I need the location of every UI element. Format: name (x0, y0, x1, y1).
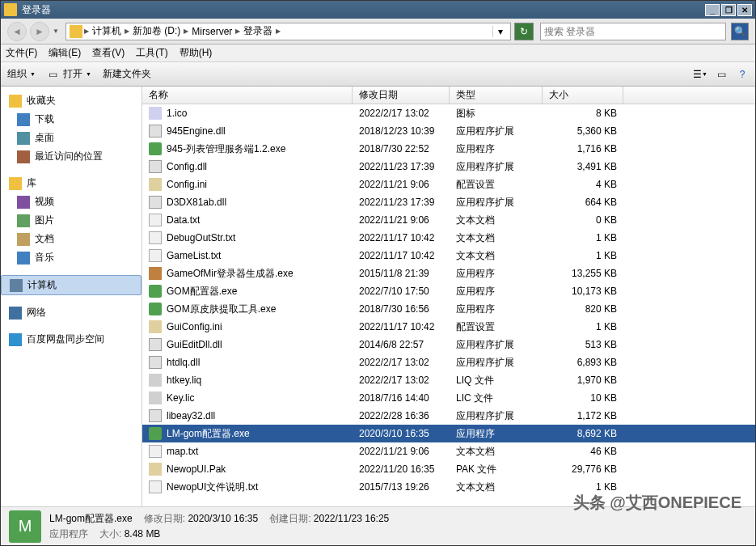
file-type: 文本文档 (450, 214, 543, 227)
sidebar-network[interactable]: 网络 (1, 303, 141, 322)
folder-icon (4, 3, 17, 16)
chevron-right-icon[interactable]: ▶ (235, 28, 240, 35)
file-row[interactable]: Data.txt 2022/11/21 9:06 文本文档 0 KB (142, 211, 755, 229)
file-size: 1 KB (543, 232, 623, 243)
file-row[interactable]: Key.lic 2018/7/16 14:40 LIC 文件 10 KB (142, 389, 755, 407)
sidebar-downloads[interactable]: 下载 (1, 110, 141, 129)
file-icon (149, 142, 162, 155)
organize-button[interactable]: 组织 ▼ (7, 67, 36, 81)
file-date: 2018/7/16 14:40 (353, 392, 450, 404)
sidebar-libraries[interactable]: 库 (1, 174, 141, 193)
maximize-button[interactable]: ❐ (721, 4, 736, 16)
sidebar-recent[interactable]: 最近访问的位置 (1, 147, 141, 166)
file-name: map.txt (167, 446, 198, 457)
new-folder-button[interactable]: 新建文件夹 (103, 67, 151, 81)
file-size: 29,776 KB (543, 463, 623, 475)
addr-seg-folder2[interactable]: 登录器 (242, 24, 274, 38)
history-dropdown[interactable]: ▼ (53, 28, 62, 35)
file-row[interactable]: map.txt 2022/11/21 9:06 文本文档 46 KB (142, 442, 755, 460)
file-date: 2022/11/21 9:06 (353, 214, 450, 226)
preview-icon[interactable]: ▭ (715, 68, 728, 81)
file-size: 1 KB (543, 481, 623, 493)
file-date: 2022/11/17 10:42 (353, 232, 450, 243)
app-icon: M (9, 510, 41, 543)
view-icon[interactable]: ☰ ▼ (694, 68, 707, 81)
sidebar-favorites[interactable]: 收藏夹 (1, 91, 141, 110)
file-type: 应用程序扩展 (450, 356, 543, 370)
file-row[interactable]: D3DX81ab.dll 2022/11/23 17:39 应用程序扩展 664… (142, 193, 755, 211)
file-list[interactable]: 1.ico 2022/2/17 13:02 图标 8 KB 945Engine.… (142, 104, 755, 506)
file-row[interactable]: htdlq.dll 2022/2/17 13:02 应用程序扩展 6,893 K… (142, 353, 755, 371)
minimize-button[interactable]: _ (705, 4, 720, 16)
search-input[interactable] (544, 26, 722, 37)
file-row[interactable]: GOM配置器.exe 2022/7/10 17:50 应用程序 10,173 K… (142, 282, 755, 300)
chevron-right-icon[interactable]: ▶ (276, 28, 281, 35)
file-row[interactable]: GameList.txt 2022/11/17 10:42 文本文档 1 KB (142, 247, 755, 265)
file-date: 2015/11/8 21:39 (353, 268, 450, 279)
menu-file[interactable]: 文件(F) (6, 46, 37, 60)
file-name: libeay32.dll (167, 410, 215, 421)
document-icon (17, 233, 30, 246)
help-icon[interactable]: ? (736, 68, 749, 81)
file-row[interactable]: NewopUI文件说明.txt 2015/7/13 19:26 文本文档 1 K… (142, 478, 755, 496)
addr-seg-computer[interactable]: 计算机 (91, 24, 123, 38)
menu-view[interactable]: 查看(V) (92, 46, 125, 60)
back-button[interactable]: ◄ (7, 22, 27, 41)
file-icon (149, 338, 162, 351)
file-row[interactable]: GameOfMir登录器生成器.exe 2015/11/8 21:39 应用程序… (142, 265, 755, 282)
close-button[interactable]: ✕ (737, 4, 752, 16)
address-dropdown[interactable]: ▾ (492, 26, 507, 37)
file-icon (149, 427, 162, 440)
chevron-right-icon[interactable]: ▶ (84, 28, 89, 35)
addr-seg-drive[interactable]: 新加卷 (D:) (131, 24, 182, 38)
file-name: Config.dll (167, 161, 207, 172)
file-row[interactable]: GuiConfig.ini 2022/11/17 10:42 配置设置 1 KB (142, 318, 755, 336)
file-row[interactable]: libeay32.dll 2022/2/28 16:36 应用程序扩展 1,17… (142, 407, 755, 425)
file-size: 0 KB (543, 214, 623, 226)
file-date: 2020/3/10 16:35 (353, 428, 450, 439)
file-row[interactable]: Config.dll 2022/11/23 17:39 应用程序扩展 3,491… (142, 158, 755, 176)
file-date: 2022/11/20 16:35 (353, 463, 450, 475)
sidebar-videos[interactable]: 视频 (1, 193, 141, 211)
menu-edit[interactable]: 编辑(E) (49, 46, 81, 60)
search-button[interactable]: 🔍 (731, 23, 749, 40)
menu-tools[interactable]: 工具(T) (136, 46, 167, 60)
col-modified[interactable]: 修改日期 (353, 87, 450, 104)
file-date: 2022/11/23 17:39 (353, 161, 450, 172)
address-bar[interactable]: ▶ 计算机 ▶ 新加卷 (D:) ▶ Mirserver ▶ 登录器 ▶ ▾ (65, 23, 511, 40)
chevron-right-icon[interactable]: ▶ (184, 28, 188, 35)
forward-button[interactable]: ► (30, 22, 49, 41)
chevron-right-icon[interactable]: ▶ (125, 28, 129, 35)
col-size[interactable]: 大小 (543, 87, 623, 104)
search-box[interactable] (540, 23, 726, 40)
file-row[interactable]: NewopUI.Pak 2022/11/20 16:35 PAK 文件 29,7… (142, 460, 755, 478)
file-row[interactable]: LM-gom配置器.exe 2020/3/10 16:35 应用程序 8,692… (142, 425, 755, 442)
sidebar-pictures[interactable]: 图片 (1, 211, 141, 230)
sidebar-music[interactable]: 音乐 (1, 248, 141, 267)
menu-help[interactable]: 帮助(H) (179, 46, 213, 60)
file-row[interactable]: 945Engine.dll 2018/12/23 10:39 应用程序扩展 5,… (142, 122, 755, 140)
file-type: PAK 文件 (450, 463, 543, 476)
addr-seg-folder1[interactable]: Mirserver (190, 26, 234, 37)
file-row[interactable]: GOM原皮肤提取工具.exe 2018/7/30 16:56 应用程序 820 … (142, 300, 755, 318)
col-type[interactable]: 类型 (450, 87, 543, 104)
file-row[interactable]: DebugOutStr.txt 2022/11/17 10:42 文本文档 1 … (142, 229, 755, 247)
file-row[interactable]: htkey.liq 2022/2/17 13:02 LIQ 文件 1,970 K… (142, 371, 755, 389)
open-button[interactable]: ▭打开 ▼ (47, 67, 91, 81)
file-size: 13,255 KB (543, 268, 623, 279)
sidebar-computer[interactable]: 计算机 (1, 275, 141, 295)
refresh-button[interactable]: ↻ (514, 23, 534, 40)
navbar: ◄ ► ▼ ▶ 计算机 ▶ 新加卷 (D:) ▶ Mirserver ▶ 登录器… (1, 19, 755, 44)
file-size: 664 KB (543, 197, 623, 208)
file-row[interactable]: 945-列表管理服务端1.2.exe 2018/7/30 22:52 应用程序 … (142, 140, 755, 158)
sidebar-desktop[interactable]: 桌面 (1, 129, 141, 147)
file-row[interactable]: Config.ini 2022/11/21 9:06 配置设置 4 KB (142, 176, 755, 193)
file-row[interactable]: 1.ico 2022/2/17 13:02 图标 8 KB (142, 104, 755, 122)
window-title: 登录器 (22, 3, 705, 17)
network-icon (9, 307, 22, 320)
sidebar-baidu[interactable]: 百度网盘同步空间 (1, 330, 141, 349)
status-filename: LM-gom配置器.exe (49, 512, 133, 526)
sidebar-documents[interactable]: 文档 (1, 230, 141, 248)
file-row[interactable]: GuiEditDll.dll 2014/6/8 22:57 应用程序扩展 513… (142, 336, 755, 353)
col-name[interactable]: 名称 (142, 87, 353, 104)
